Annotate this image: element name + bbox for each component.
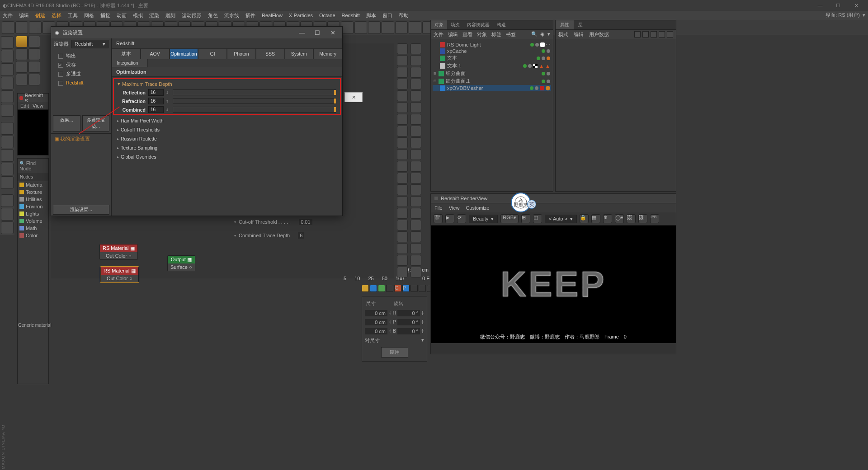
settings-tab-基本[interactable]: 基本: [112, 49, 141, 59]
rvt1-btn-10[interactable]: [397, 161, 408, 172]
settings-tab-Optimization[interactable]: Optimization: [170, 49, 198, 59]
objmgr-tabs[interactable]: 对象场次内容浏览器构造: [431, 20, 553, 30]
redshift-panel-menu[interactable]: EditView: [17, 102, 49, 110]
menu-RealFlow[interactable]: RealFlow: [262, 13, 283, 18]
render-settings-button[interactable]: 渲染设置...: [53, 205, 109, 215]
node-cat-Texture[interactable]: Texture: [18, 188, 48, 196]
objmgr-menu-查看[interactable]: 查看: [462, 31, 472, 38]
rvt2-btn-4[interactable]: [410, 90, 421, 101]
render-category-保存[interactable]: 保存: [51, 61, 111, 70]
group-Hair-Min-Pixel-Width[interactable]: Hair Min Pixel Width: [112, 116, 342, 125]
group-Global-Overrides[interactable]: Global Overrides: [112, 152, 342, 161]
coord-row[interactable]: 0 cm‡P0 °‡: [364, 318, 425, 327]
node-RS-Material[interactable]: RS Material ▦Out Color ○: [100, 267, 139, 282]
objmgr-menu-编辑[interactable]: 编辑: [448, 31, 458, 38]
ltool-7[interactable]: [1, 122, 14, 135]
settings-tab-System[interactable]: System: [285, 49, 314, 59]
rvt2-btn-1[interactable]: [410, 55, 421, 66]
integration-subtab[interactable]: Integration: [112, 59, 148, 67]
rvt1-btn-3[interactable]: [397, 79, 408, 89]
ltool-15[interactable]: [1, 221, 14, 234]
objmgr-menu-书签[interactable]: 书签: [506, 31, 516, 38]
render-category-多通道[interactable]: 多通道: [51, 70, 111, 79]
auto-dropdown[interactable]: < Auto >▾: [545, 215, 577, 223]
rvt1-btn-18[interactable]: [397, 255, 408, 266]
rvt1-btn-8[interactable]: [397, 137, 408, 148]
objmgr-tab-内容浏览器[interactable]: 内容浏览器: [463, 20, 493, 29]
rvt2-btn-2[interactable]: [410, 67, 421, 78]
rvt2-btn-9[interactable]: [410, 149, 421, 160]
menu-模拟[interactable]: 模拟: [133, 12, 143, 19]
grid-icon[interactable]: ⊞: [521, 214, 530, 223]
rvt1-btn-12[interactable]: [397, 184, 408, 195]
rvt2-btn-17[interactable]: [410, 243, 421, 254]
ltool-14[interactable]: [1, 208, 14, 221]
render-category-输出[interactable]: 输出: [51, 52, 111, 61]
dialog-minimize-button[interactable]: —: [296, 29, 308, 36]
rvt2-btn-6[interactable]: [410, 114, 421, 125]
menu-雕刻[interactable]: 雕刻: [165, 12, 175, 19]
object-xpOVDBMesher[interactable]: xpOVDBMesher: [433, 85, 551, 91]
object-文本.1[interactable]: 文本.1▲▲: [433, 62, 551, 70]
circle-icon[interactable]: ◯▾: [615, 214, 624, 223]
menu-运动跟形[interactable]: 运动跟形: [182, 12, 202, 19]
menu-流水线[interactable]: 流水线: [224, 12, 239, 19]
pass-dropdown[interactable]: Beauty▾: [469, 215, 498, 223]
rvt2-btn-18[interactable]: [410, 255, 421, 266]
settings-tab-SSS[interactable]: SSS: [256, 49, 285, 59]
eye-icon[interactable]: ◉: [540, 31, 545, 38]
object-细分曲面[interactable]: ⊞细分曲面: [433, 70, 551, 77]
ltool-5[interactable]: [1, 104, 14, 117]
rvt1-btn-1[interactable]: [397, 55, 408, 66]
find-nodes-field[interactable]: 🔍 Find Node: [18, 159, 48, 173]
ltool-10[interactable]: [1, 163, 14, 175]
toolbar-btn-1[interactable]: [15, 21, 28, 34]
rvt2-btn-0[interactable]: [410, 43, 421, 54]
rvt1-btn-13[interactable]: [397, 196, 408, 207]
ltool-13[interactable]: [1, 194, 14, 207]
panel-close-icon[interactable]: ✕: [344, 92, 363, 102]
settings-tab-Memory[interactable]: Memory: [313, 49, 342, 59]
rvt1-btn-14[interactable]: [397, 208, 408, 219]
crop-icon[interactable]: ◫: [533, 214, 542, 223]
menu-创建[interactable]: 创建: [35, 12, 45, 19]
toolbar-btn-28[interactable]: [382, 21, 394, 34]
menu-脚本[interactable]: 脚本: [366, 12, 376, 19]
ltool2-3a[interactable]: [16, 74, 28, 85]
toolbar-btn-30[interactable]: [409, 21, 421, 34]
menu-X-Particles[interactable]: X-Particles: [289, 13, 313, 18]
ltool2-0a[interactable]: [16, 36, 28, 47]
ltool-9[interactable]: [1, 149, 14, 162]
object-文本[interactable]: 文本: [433, 54, 551, 62]
toolbar-btn-2[interactable]: [29, 21, 42, 34]
objmgr-tab-场次[interactable]: 场次: [447, 20, 463, 29]
menu-插件[interactable]: 插件: [245, 12, 255, 19]
menu-动画[interactable]: 动画: [117, 12, 127, 19]
rvt1-btn-17[interactable]: [397, 243, 408, 254]
snap-icon-row[interactable]: OP: [362, 285, 434, 292]
render-category-Redshift[interactable]: Redshift: [51, 79, 111, 87]
multipass-button[interactable]: 多通道渲染...: [82, 115, 110, 132]
ipr-icon[interactable]: IPR: [650, 214, 659, 223]
object-RS Dome Light[interactable]: RS Dome Light⇨: [433, 41, 551, 48]
menu-角色[interactable]: 角色: [208, 12, 218, 19]
settings-tabs[interactable]: 基本AOVOptimizationGIPhotonSSSSystemMemory: [112, 49, 342, 59]
close-button[interactable]: ✕: [847, 1, 865, 10]
node-RS-Material[interactable]: RS Material ▦Out Color ○: [99, 244, 138, 260]
max-trace-depth-group[interactable]: ▾Maximum Trace Depth: [114, 80, 340, 88]
ltool2-0b[interactable]: [28, 36, 40, 47]
search-icon[interactable]: 🔍: [531, 31, 538, 38]
renderer-dropdown[interactable]: Redshift▾: [71, 40, 108, 48]
object-tree[interactable]: RS Dome Light⇨xpCache文本文本.1▲▲⊞细分曲面⊞细分曲面.…: [431, 39, 553, 93]
node-cat-Math[interactable]: Math: [18, 225, 48, 232]
apply-button[interactable]: 应用: [381, 347, 408, 357]
attr-tab-属性[interactable]: 属性: [556, 20, 574, 29]
ltool2-1a[interactable]: [16, 48, 28, 60]
menu-捕捉[interactable]: 捕捉: [100, 12, 110, 19]
settings-tab-AOV[interactable]: AOV: [141, 49, 170, 59]
ltool-0[interactable]: [1, 36, 14, 49]
rvt1-btn-4[interactable]: [397, 90, 408, 101]
ltool-2[interactable]: [1, 63, 14, 76]
rvt1-btn-0[interactable]: [397, 43, 408, 54]
ltool-3[interactable]: [1, 77, 14, 89]
